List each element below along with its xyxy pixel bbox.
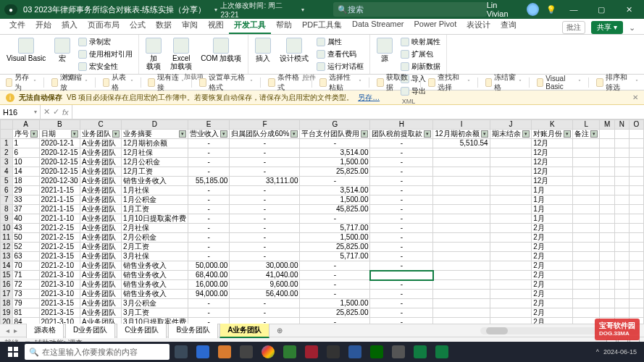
taskbar-app[interactable]	[214, 342, 235, 362]
filter-header[interactable]: 备注▾	[573, 130, 600, 139]
cell[interactable]	[600, 261, 615, 271]
filter-header[interactable]: 业务摘要▾	[122, 130, 188, 139]
cell[interactable]: 12月	[532, 139, 573, 148]
cell[interactable]	[573, 195, 600, 205]
cell[interactable]: 70	[12, 261, 39, 271]
cell[interactable]: 2月	[532, 308, 573, 318]
cell[interactable]	[573, 233, 600, 243]
close-button[interactable]: ✕	[619, 5, 640, 14]
cell[interactable]: 2月	[532, 280, 573, 290]
ribbon-tab[interactable]: 文件	[4, 17, 30, 34]
enter-icon[interactable]: ✓	[53, 107, 59, 117]
addins-button[interactable]: 加 载项	[143, 36, 164, 72]
cell[interactable]: -	[188, 224, 230, 233]
cell[interactable]: 55,185.00	[188, 177, 230, 186]
cell[interactable]	[629, 158, 643, 167]
cancel-icon[interactable]: ✕	[43, 107, 50, 117]
cell[interactable]: 43	[12, 224, 39, 233]
cell[interactable]: 14	[12, 167, 39, 177]
cell[interactable]: 销售业务收入	[122, 261, 188, 271]
ribbon-small-button[interactable]: 刷新数据	[399, 61, 442, 72]
sheet-tab[interactable]: B业务团队	[168, 323, 218, 338]
cell[interactable]: 37	[12, 205, 39, 214]
cell[interactable]	[629, 214, 643, 224]
cell[interactable]: -	[230, 186, 300, 195]
column-header[interactable]: K	[532, 120, 573, 130]
cell[interactable]	[490, 290, 532, 299]
ribbon-small-button[interactable]: 查看代码	[315, 49, 365, 60]
cell[interactable]: 30,000.00	[230, 261, 300, 271]
cell[interactable]: 2021-1-10	[39, 214, 80, 224]
cell[interactable]	[433, 158, 490, 167]
cell[interactable]	[600, 243, 615, 252]
cell[interactable]	[629, 139, 643, 148]
cell[interactable]: -	[188, 252, 230, 261]
cell[interactable]: 2021-3-15	[39, 299, 80, 308]
cell[interactable]	[433, 299, 490, 308]
cell[interactable]: 1月公积金	[122, 195, 188, 205]
sheet-tab[interactable]: C业务团队	[117, 323, 167, 338]
taskbar-app[interactable]	[301, 342, 322, 362]
cell[interactable]: 2021-2-15	[39, 233, 80, 243]
cell[interactable]: 12月	[532, 167, 573, 177]
cell[interactable]	[615, 205, 630, 214]
toolbar-button[interactable]: 查找和选择 ˅	[428, 72, 470, 93]
cell[interactable]	[573, 308, 600, 318]
cell[interactable]: A业务团队	[80, 158, 122, 167]
dropdown-icon[interactable]: ▾	[214, 7, 217, 13]
column-header[interactable]: A	[12, 120, 39, 130]
tray-chevron-icon[interactable]: ^	[596, 348, 599, 355]
filter-dropdown-icon[interactable]: ▾	[361, 130, 368, 138]
column-header[interactable]: O	[629, 120, 643, 130]
cell[interactable]	[433, 224, 490, 233]
add-sheet-button[interactable]: ⊕	[271, 327, 288, 334]
cell[interactable]: -	[370, 214, 433, 224]
cell[interactable]: -	[188, 318, 230, 324]
cell[interactable]	[490, 261, 532, 271]
cell[interactable]: 1月	[532, 195, 573, 205]
cell[interactable]	[600, 299, 615, 308]
row-header[interactable]	[1, 130, 13, 139]
cell[interactable]	[573, 290, 600, 299]
toolbar-button[interactable]: 排序和筛选 ˅	[596, 72, 638, 93]
msgbar-close[interactable]: ✕	[632, 93, 638, 101]
cell[interactable]: -	[300, 139, 370, 148]
dropdown-icon[interactable]: ▾	[301, 7, 304, 13]
column-header[interactable]: M	[600, 120, 615, 130]
cell[interactable]: 2月	[532, 252, 573, 261]
filter-dropdown-icon[interactable]: ▾	[71, 130, 78, 138]
filter-header[interactable]: 业务团队▾	[80, 130, 122, 139]
cell[interactable]	[629, 308, 643, 318]
cell[interactable]	[573, 214, 600, 224]
cell[interactable]	[600, 308, 615, 318]
filter-dropdown-icon[interactable]: ▾	[522, 130, 530, 138]
cell[interactable]	[490, 318, 532, 324]
toolbar-button[interactable]: 现有连接 ˅	[148, 72, 184, 93]
cell[interactable]: -	[370, 224, 433, 233]
ribbon-small-button[interactable]: 录制宏	[77, 36, 134, 48]
cell[interactable]: -	[370, 205, 433, 214]
comments-button[interactable]: 批注	[562, 21, 585, 34]
cell[interactable]: 33,111.00	[230, 177, 300, 186]
cell[interactable]: -	[370, 195, 433, 205]
toolbar-button[interactable]: 获取数据 ˅	[377, 72, 413, 93]
cell[interactable]: -	[370, 186, 433, 195]
cell[interactable]	[615, 177, 630, 186]
cell[interactable]	[490, 214, 532, 224]
cell[interactable]: -	[230, 252, 300, 261]
filter-header[interactable]: 平台支付团队费用▾	[300, 130, 370, 139]
cell[interactable]	[490, 158, 532, 167]
cell[interactable]: A业务团队	[80, 177, 122, 186]
cell[interactable]: A业务团队	[80, 224, 122, 233]
cell[interactable]	[629, 290, 643, 299]
filter-dropdown-icon[interactable]: ▾	[481, 130, 488, 138]
toolbar-button[interactable]: 设置单元格格式 ˅	[199, 72, 253, 93]
sheet-nav-prev[interactable]: ◂	[4, 327, 11, 334]
cell[interactable]: -	[230, 318, 300, 324]
cell[interactable]	[490, 205, 532, 214]
taskbar-app[interactable]	[410, 342, 430, 362]
column-header[interactable]: I	[433, 120, 490, 130]
cell[interactable]: 2020-12-1	[39, 139, 80, 148]
cell[interactable]: 2月	[532, 290, 573, 299]
cell[interactable]: -	[230, 308, 300, 318]
